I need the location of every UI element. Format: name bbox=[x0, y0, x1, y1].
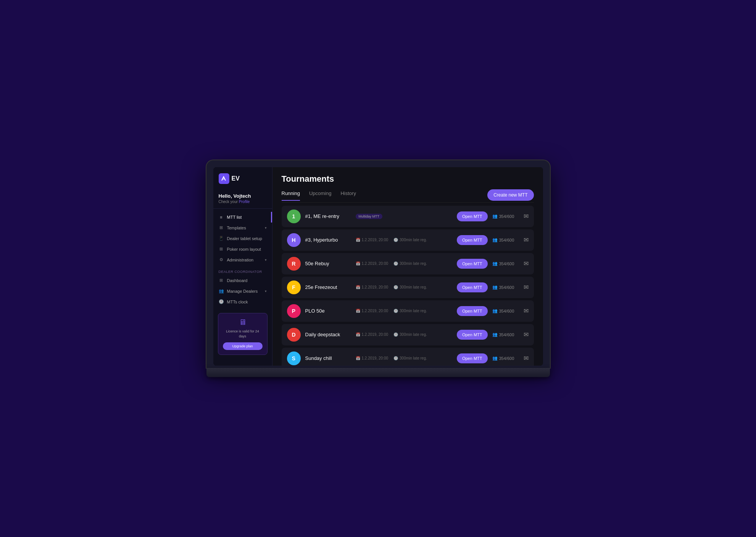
tournament-name: 50e Rebuy bbox=[305, 261, 351, 266]
tournament-name: Daily deepstack bbox=[305, 332, 351, 337]
sidebar-item-label: Dashboard bbox=[227, 278, 248, 283]
chevron-down-icon: ▾ bbox=[265, 258, 267, 262]
dealer-coordinator-section: Dealer coordinator bbox=[213, 265, 272, 275]
laptop-bezel: EV Hello, Vojtech Check your Profile ≡ M… bbox=[206, 160, 550, 368]
chevron-down-icon: ▾ bbox=[265, 226, 267, 230]
open-mtt-button[interactable]: Open MTT bbox=[457, 306, 488, 316]
logo-text: EV bbox=[232, 175, 240, 182]
sidebar-item-label: Administration bbox=[227, 258, 254, 262]
open-mtt-button[interactable]: Open MTT bbox=[457, 235, 488, 245]
tournament-meta: 📅1.2.2019, 20:00 🕐300min late reg. bbox=[356, 285, 452, 289]
laptop-wrapper: EV Hello, Vojtech Check your Profile ≡ M… bbox=[206, 160, 550, 377]
tournament-meta: 📅1.2.2019, 20:00 🕐300min late reg. bbox=[356, 332, 452, 337]
tab-running[interactable]: Running bbox=[282, 190, 300, 201]
mail-icon[interactable]: ✉ bbox=[524, 236, 529, 244]
greeting-sub: Check your Profile bbox=[219, 200, 267, 204]
player-count: 👥354/600 bbox=[492, 356, 519, 361]
sidebar-item-mtt-list[interactable]: ≡ MTT list bbox=[213, 212, 272, 223]
players-icon: 👥 bbox=[492, 356, 498, 361]
chevron-down-icon: ▾ bbox=[265, 289, 267, 293]
laptop-notch bbox=[367, 366, 390, 368]
mail-icon[interactable]: ✉ bbox=[524, 213, 529, 220]
tournament-meta: 📅1.2.2019, 20:00 🕐300min late reg. bbox=[356, 238, 452, 242]
calendar-icon: 📅 bbox=[356, 309, 360, 313]
open-mtt-button[interactable]: Open MTT bbox=[457, 211, 488, 221]
tabs: Running Upcoming History bbox=[282, 190, 356, 201]
tablet-icon: 📱 bbox=[219, 236, 224, 241]
mtt-list-icon: ≡ bbox=[219, 214, 224, 220]
mail-icon[interactable]: ✉ bbox=[524, 307, 529, 314]
sidebar-item-label: Dealer tablet setup bbox=[227, 236, 262, 241]
sidebar-item-label: Manage Dealers bbox=[227, 289, 258, 293]
mail-icon[interactable]: ✉ bbox=[524, 260, 529, 267]
tournament-meta: 📅1.2.2019, 20:00 🕐300min late reg. bbox=[356, 261, 452, 266]
late-reg: 🕐300min late reg. bbox=[393, 285, 427, 289]
clock-icon: 🕐 bbox=[393, 309, 398, 313]
clock-icon: 🕐 bbox=[393, 332, 398, 337]
tournament-date: 📅1.2.2019, 20:00 bbox=[356, 261, 388, 266]
tournament-meta: 📅1.2.2019, 20:00 🕐300min late reg. bbox=[356, 309, 452, 313]
upgrade-plan-button[interactable]: Upgrade plan bbox=[223, 342, 263, 350]
main-content: Tournaments Running Upcoming History Cre… bbox=[272, 167, 543, 366]
sidebar-item-label: Templates bbox=[227, 226, 246, 230]
tournament-avatar: D bbox=[287, 328, 301, 342]
open-mtt-button[interactable]: Open MTT bbox=[457, 353, 488, 363]
sidebar-item-dashboard[interactable]: ⊞ Dashboard bbox=[213, 275, 272, 286]
table-row: 1 #1, ME re-entry Multiday MTT Open MTT … bbox=[282, 206, 534, 227]
create-mtt-button[interactable]: Create new MTT bbox=[487, 189, 534, 201]
players-icon: 👥 bbox=[492, 261, 498, 266]
table-row: H #3, Hyperturbo 📅1.2.2019, 20:00 🕐300mi… bbox=[282, 229, 534, 251]
players-icon: 👥 bbox=[492, 214, 498, 219]
players-icon: 👥 bbox=[492, 237, 498, 242]
tab-history[interactable]: History bbox=[340, 190, 356, 201]
tab-upcoming[interactable]: Upcoming bbox=[309, 190, 332, 201]
clock-icon: 🕐 bbox=[393, 261, 398, 266]
table-row: R 50e Rebuy 📅1.2.2019, 20:00 🕐300min lat… bbox=[282, 253, 534, 274]
sidebar-item-dealer-tablet[interactable]: 📱 Dealer tablet setup bbox=[213, 233, 272, 244]
clock-icon: 🕐 bbox=[219, 299, 224, 305]
sidebar-item-label: Poker room layout bbox=[227, 247, 261, 252]
open-mtt-button[interactable]: Open MTT bbox=[457, 330, 488, 340]
sidebar-item-label: MTTs clock bbox=[227, 300, 248, 304]
sidebar-item-manage-dealers[interactable]: 👥 Manage Dealers ▾ bbox=[213, 286, 272, 297]
greeting-text: Hello, Vojtech bbox=[219, 193, 267, 199]
tournament-date: 📅1.2.2019, 20:00 bbox=[356, 238, 388, 242]
main-header: Tournaments Running Upcoming History Cre… bbox=[272, 167, 543, 203]
open-mtt-button[interactable]: Open MTT bbox=[457, 282, 488, 292]
table-row: F 25e Freezeout 📅1.2.2019, 20:00 🕐300min… bbox=[282, 277, 534, 298]
sidebar-item-mtts-clock[interactable]: 🕐 MTTs clock bbox=[213, 297, 272, 307]
tournament-date: 📅1.2.2019, 20:00 bbox=[356, 356, 388, 360]
player-count: 👥354/600 bbox=[492, 332, 519, 337]
sidebar-item-templates[interactable]: ⊞ Templates ▾ bbox=[213, 223, 272, 233]
calendar-icon: 📅 bbox=[356, 238, 360, 242]
player-count: 👥354/600 bbox=[492, 308, 519, 313]
mail-icon[interactable]: ✉ bbox=[524, 284, 529, 291]
tournament-meta: 📅1.2.2019, 20:00 🕐300min late reg. bbox=[356, 356, 452, 360]
tournament-name: Sunday chill bbox=[305, 355, 351, 361]
sidebar-item-administration[interactable]: ⚙ Administration ▾ bbox=[213, 255, 272, 265]
dealers-icon: 👥 bbox=[219, 289, 224, 294]
players-icon: 👥 bbox=[492, 285, 498, 290]
tournament-name: PLO 50e bbox=[305, 308, 351, 314]
sidebar-item-poker-room[interactable]: ⊞ Poker room layout bbox=[213, 244, 272, 255]
mail-icon[interactable]: ✉ bbox=[524, 355, 529, 362]
dashboard-icon: ⊞ bbox=[219, 278, 224, 283]
templates-icon: ⊞ bbox=[219, 225, 224, 231]
tournament-name: 25e Freezeout bbox=[305, 284, 351, 290]
profile-link[interactable]: Profile bbox=[239, 200, 250, 204]
player-count: 👥354/600 bbox=[492, 214, 519, 219]
mail-icon[interactable]: ✉ bbox=[524, 331, 529, 338]
sidebar-bottom: 🖥 Licence is valid for 24 days Upgrade p… bbox=[213, 308, 272, 359]
late-reg: 🕐300min late reg. bbox=[393, 309, 427, 313]
calendar-icon: 📅 bbox=[356, 261, 360, 266]
laptop-base bbox=[206, 368, 550, 377]
tournament-avatar: F bbox=[287, 281, 301, 294]
tournament-avatar: S bbox=[287, 352, 301, 365]
clock-icon: 🕐 bbox=[393, 356, 398, 360]
tournament-avatar: 1 bbox=[287, 210, 301, 223]
tabs-row: Running Upcoming History Create new MTT bbox=[282, 189, 534, 203]
tournament-avatar: H bbox=[287, 233, 301, 247]
logo-icon bbox=[219, 173, 229, 184]
page-title: Tournaments bbox=[282, 174, 534, 184]
open-mtt-button[interactable]: Open MTT bbox=[457, 259, 488, 269]
